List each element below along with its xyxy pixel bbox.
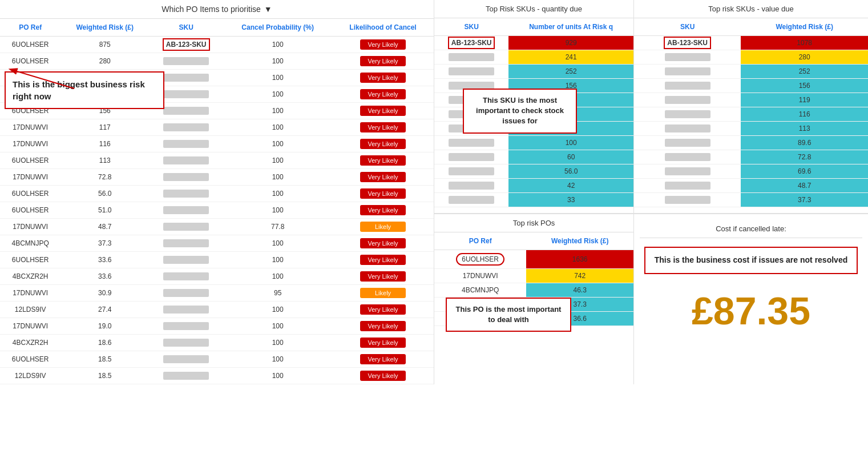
- weighted-risk-cell: 18.5: [60, 368, 149, 384]
- col-weighted-risk-mid: Weighted Risk (£): [526, 232, 633, 250]
- sku-cell: AB-123-SKU: [149, 37, 223, 53]
- cost-amount-display: £87.35: [692, 280, 810, 342]
- cancel-prob-cell: 100: [223, 53, 332, 70]
- sku-cell: [149, 152, 223, 169]
- weighted-risk-cell-right: 48.7: [741, 179, 868, 193]
- col-weighted-risk: Weighted Risk (£): [60, 19, 149, 37]
- weighted-risk-cell: 33.6: [60, 252, 149, 268]
- weighted-risk-cell: 19.0: [60, 318, 149, 335]
- sku-cell-right: [634, 179, 741, 193]
- left-section-title: Which PO Items to prioritise: [162, 5, 261, 14]
- sku-cell-mid: [434, 164, 508, 179]
- weighted-risk-cell: 27.4: [60, 302, 149, 318]
- sku-cell: [149, 252, 223, 268]
- po-ref-cell: 12LDS9IV: [0, 368, 60, 384]
- cancel-prob-cell: 100: [223, 152, 332, 169]
- po-ref-cell: 17DNUWVI: [0, 318, 60, 335]
- po-ref-cell: 17DNUWVI: [0, 136, 60, 152]
- po-ref-cell: 17DNUWVI: [0, 119, 60, 136]
- po-ref-cell: 4BCMNJPQ: [0, 235, 60, 252]
- cancel-prob-cell: 100: [223, 86, 332, 103]
- weighted-risk-cell-right: 156: [741, 79, 868, 93]
- sku-cell: [149, 335, 223, 351]
- weighted-risk-cell-right: 119: [741, 93, 868, 107]
- sku-cell: [149, 351, 223, 368]
- cost-section-title: Cost if cancelled late:: [640, 220, 862, 238]
- sku-cell-right: [634, 79, 741, 93]
- weighted-risk-cell-mid: 46.3: [526, 283, 633, 298]
- weighted-risk-cell: 48.7: [60, 219, 149, 235]
- sku-cell-right: [634, 107, 741, 122]
- sku-cell-mid: AB-123-SKU: [434, 36, 508, 50]
- cancel-prob-cell: 77.8: [223, 219, 332, 235]
- po-ref-cell: 4BCXZR2H: [0, 335, 60, 351]
- cancel-prob-cell: 100: [223, 202, 332, 219]
- dropdown-icon[interactable]: ▼: [264, 5, 272, 14]
- cancel-prob-cell: 100: [223, 169, 332, 186]
- weighted-risk-cell: 875: [60, 37, 149, 53]
- weighted-risk-cell-right: 280: [741, 50, 868, 65]
- sku-cell-mid: [434, 150, 508, 164]
- po-ref-cell: 6UOLHSER: [0, 152, 60, 169]
- po-ref-cell: 6UOLHSER: [0, 37, 60, 53]
- col-po-ref-mid: PO Ref: [434, 232, 526, 250]
- likelihood-cell: Very Likely: [332, 70, 434, 86]
- cancel-prob-cell: 95: [223, 285, 332, 302]
- sku-cell-mid: [434, 136, 508, 150]
- weighted-risk-cell-right: 252: [741, 65, 868, 79]
- cancel-prob-cell: 100: [223, 70, 332, 86]
- sku-cell-right: [634, 164, 741, 179]
- cost-section: Cost if cancelled late: This is the busi…: [634, 213, 868, 347]
- po-ref-cell-mid: 6UOLHSER: [434, 250, 526, 269]
- sku-cell-mid: [434, 50, 508, 65]
- col-sku-mid: SKU: [434, 18, 508, 36]
- units-at-risk-cell: 929: [508, 36, 633, 50]
- middle-section: Top Risk SKUs - quantity due SKU Number …: [434, 0, 633, 384]
- po-ref-cell: 6UOLHSER: [0, 202, 60, 219]
- top-risk-pos-section: Top risk POs PO Ref Weighted Risk (£) 6U…: [434, 213, 633, 326]
- cancel-prob-cell: 100: [223, 136, 332, 152]
- likelihood-cell: Likely: [332, 219, 434, 235]
- cancel-prob-cell: 100: [223, 268, 332, 285]
- top-risk-skus-val-section: Top risk SKUs - value due SKU Weighted R…: [634, 0, 868, 207]
- weighted-risk-cell: 18.5: [60, 351, 149, 368]
- units-at-risk-cell: 60: [508, 150, 633, 164]
- weighted-risk-cell: 33.6: [60, 268, 149, 285]
- units-at-risk-cell: 100: [508, 136, 633, 150]
- cancel-prob-cell: 100: [223, 368, 332, 384]
- top-risk-skus-qty-title: Top Risk SKUs - quantity due: [434, 0, 633, 18]
- weighted-risk-cell: 18.6: [60, 335, 149, 351]
- weighted-risk-cell: 116: [60, 136, 149, 152]
- top-risk-pos-title: Top risk POs: [434, 214, 633, 232]
- weighted-risk-cell: 113: [60, 152, 149, 169]
- sku-cell-right: [634, 136, 741, 150]
- col-po-ref: PO Ref: [0, 19, 60, 37]
- po-ref-cell: 6UOLHSER: [0, 252, 60, 268]
- sku-cell: [149, 119, 223, 136]
- sku-cell: [149, 169, 223, 186]
- cancel-prob-cell: 100: [223, 103, 332, 119]
- likelihood-cell: Very Likely: [332, 103, 434, 119]
- weighted-risk-cell-mid: 742: [526, 269, 633, 283]
- weighted-risk-cell: 280: [60, 53, 149, 70]
- sku-cell: [149, 53, 223, 70]
- weighted-risk-cell: 72.8: [60, 169, 149, 186]
- po-ref-cell: 4BCXZR2H: [0, 268, 60, 285]
- sku-cell: [149, 136, 223, 152]
- sku-cell-right: [634, 150, 741, 164]
- weighted-risk-cell-right: 69.6: [741, 164, 868, 179]
- likelihood-cell: Very Likely: [332, 351, 434, 368]
- top-risk-skus-val-table: SKU Weighted Risk (£) AB-123-SKU1078 280…: [634, 18, 868, 207]
- cancel-prob-cell: 100: [223, 119, 332, 136]
- weighted-risk-cell-right: 72.8: [741, 150, 868, 164]
- top-risk-skus-val-title: Top risk SKUs - value due: [634, 0, 868, 18]
- po-ref-cell: 17DNUWVI: [0, 169, 60, 186]
- weighted-risk-cell-right: 113: [741, 122, 868, 136]
- sku-cell-right: [634, 50, 741, 65]
- sku-cell: [149, 268, 223, 285]
- right-section: Top risk SKUs - value due SKU Weighted R…: [633, 0, 868, 384]
- col-sku: SKU: [149, 19, 223, 37]
- sku-cell-right: AB-123-SKU: [634, 36, 741, 50]
- cancel-prob-cell: 100: [223, 186, 332, 202]
- likelihood-cell: Very Likely: [332, 268, 434, 285]
